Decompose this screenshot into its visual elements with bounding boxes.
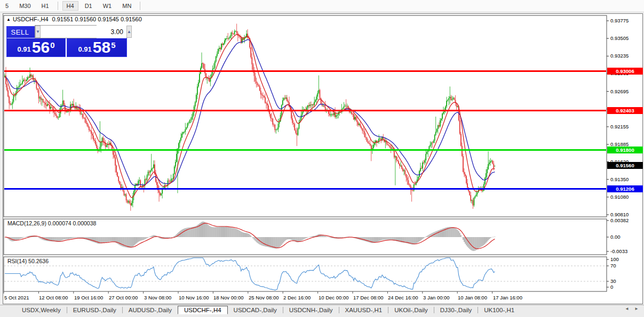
lot-increase-button[interactable]: ▲ xyxy=(126,26,132,38)
one-click-trade-panel: SELL 0.91 56 0 BUY 0.91 58 5 ▼ ▲ xyxy=(6,25,127,57)
lot-size-input[interactable] xyxy=(41,26,126,38)
tab-ukoil-daily[interactable]: UKOil-,Daily xyxy=(388,306,434,314)
tab-dj30-daily[interactable]: DJ30-,Daily xyxy=(434,306,478,314)
ask-price-big: 58 xyxy=(93,40,110,55)
lot-decrease-button[interactable]: ▼ xyxy=(35,26,41,38)
chart-plot[interactable] xyxy=(3,14,643,305)
timeframe-button-W1[interactable]: W1 xyxy=(99,1,116,11)
lot-size-spinner: ▼ ▲ xyxy=(35,25,97,38)
timeframe-toolbar: 5M30H1H4D1W1MN xyxy=(0,0,644,12)
timeframe-button-H1[interactable]: H1 xyxy=(37,1,53,11)
chart-tab-bar: USDX,WeeklyEURUSD-,DailyAUDUSD-,DailyUSD… xyxy=(0,305,644,315)
status-bar xyxy=(0,315,644,317)
tab-eurusd-daily[interactable]: EURUSD-,Daily xyxy=(67,306,122,314)
tab-usdchf-h4[interactable]: USDCHF-,H4 xyxy=(178,306,228,314)
bid-price: 0.91 56 0 xyxy=(7,38,65,56)
ask-price-prefix: 0.91 xyxy=(78,45,91,53)
bid-price-sup: 0 xyxy=(50,40,54,50)
tab-audusd-daily[interactable]: AUDUSD-,Daily xyxy=(123,306,178,314)
bid-price-prefix: 0.91 xyxy=(17,45,30,53)
toolbar-separator xyxy=(140,2,140,10)
toolbar-separator xyxy=(58,2,58,10)
tab-usdcad-daily[interactable]: USDCAD-,Daily xyxy=(228,306,283,314)
chart-window: ▲USDCHF-,H40.91551 0.91560 0.91545 0.915… xyxy=(3,13,643,304)
timeframe-button-5[interactable]: 5 xyxy=(1,1,13,11)
tab-usdcnh-daily[interactable]: USDCNH-,Daily xyxy=(283,306,339,314)
tab-uk100-h1[interactable]: UK100-,H1 xyxy=(478,306,520,314)
ask-price-sup: 5 xyxy=(111,40,115,50)
ask-price: 0.91 58 5 xyxy=(67,38,126,56)
bid-price-big: 56 xyxy=(32,40,50,55)
sell-button[interactable]: SELL xyxy=(11,28,29,36)
timeframe-button-D1[interactable]: D1 xyxy=(81,1,97,11)
tab-xauusd-h1[interactable]: XAUUSD-,H1 xyxy=(339,306,388,314)
timeframe-button-M30[interactable]: M30 xyxy=(15,1,35,11)
timeframe-button-H4[interactable]: H4 xyxy=(62,1,78,11)
tab-scroll-arrows[interactable]: ◄ ► xyxy=(625,306,641,311)
timeframe-button-MN[interactable]: MN xyxy=(118,1,136,11)
mt4-application: 5M30H1H4D1W1MN ▲USDCHF-,H40.91551 0.9156… xyxy=(0,0,644,317)
tab-usdx-weekly[interactable]: USDX,Weekly xyxy=(16,306,67,314)
